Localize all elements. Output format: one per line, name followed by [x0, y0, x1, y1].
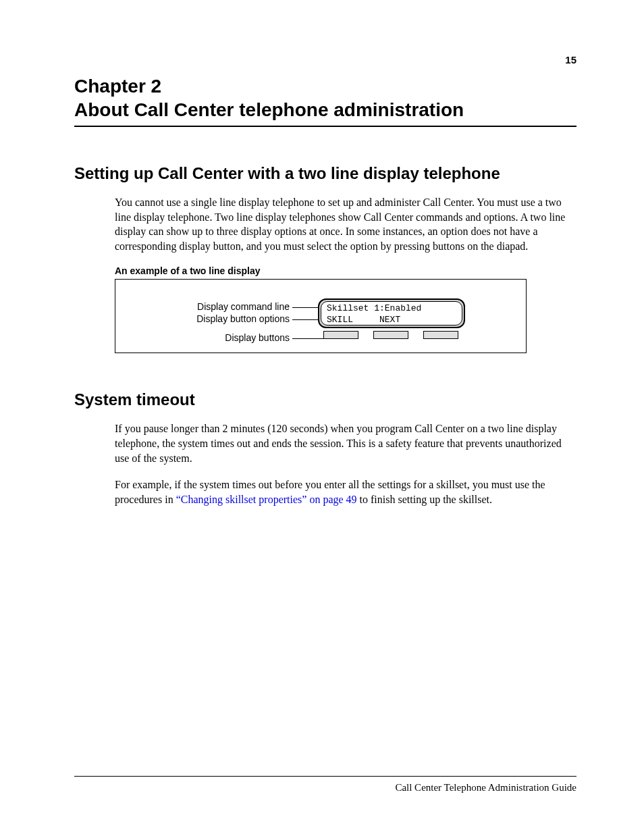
- paragraph: You cannot use a single line display tel…: [115, 195, 576, 253]
- page-number: 15: [565, 54, 576, 66]
- callout-label: Display command line: [197, 301, 290, 312]
- chapter-heading-block: Chapter 2 About Call Center telephone ad…: [74, 74, 576, 127]
- paragraph: For example, if the system times out bef…: [115, 477, 576, 506]
- display-line-2: SKILL NEXT: [327, 315, 400, 325]
- display-frame: Skillset 1:Enabled SKILL NEXT: [318, 298, 465, 328]
- telephone-display: Skillset 1:Enabled SKILL NEXT: [318, 298, 465, 328]
- display-screen: Skillset 1:Enabled SKILL NEXT: [321, 301, 462, 325]
- chapter-title: About Call Center telephone administrati…: [74, 98, 576, 122]
- leader-line: [292, 319, 321, 320]
- paragraph: If you pause longer than 2 minutes (120 …: [115, 421, 576, 465]
- display-button: [323, 331, 358, 339]
- figure-caption: An example of a two line display: [115, 265, 576, 276]
- callout-label: Display button options: [196, 313, 290, 324]
- page-footer: Call Center Telephone Administration Gui…: [74, 776, 576, 793]
- cross-reference-link[interactable]: “Changing skillset properties” on page 4…: [176, 494, 357, 505]
- display-line-1: Skillset 1:Enabled: [327, 303, 421, 313]
- section-heading-setup: Setting up Call Center with a two line d…: [74, 164, 576, 183]
- two-line-display-figure: Display command line Display button opti…: [115, 279, 527, 353]
- section-heading-timeout: System timeout: [74, 390, 576, 409]
- display-buttons-row: [323, 331, 458, 339]
- leader-line: [292, 307, 321, 308]
- display-button: [373, 331, 408, 339]
- chapter-number: Chapter 2: [74, 74, 576, 98]
- display-button: [423, 331, 458, 339]
- callout-label: Display buttons: [225, 332, 290, 343]
- text-run: to finish setting up the skillset.: [357, 494, 492, 505]
